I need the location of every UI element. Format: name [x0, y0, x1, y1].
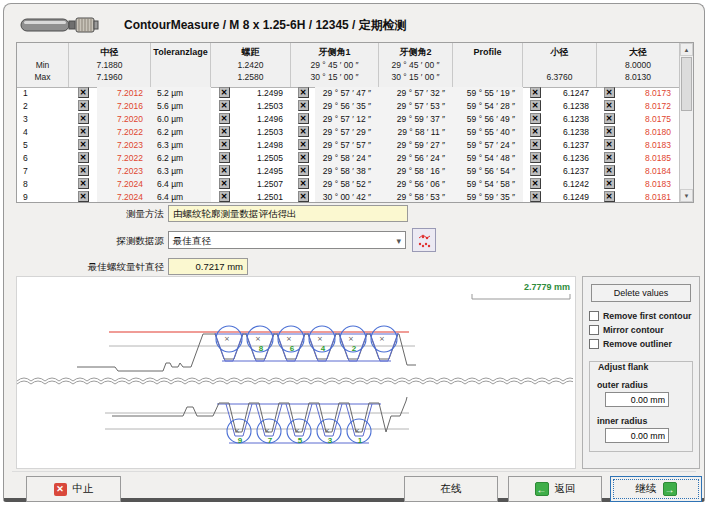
checked-checkbox-icon[interactable]: ✕ [604, 191, 615, 202]
checked-checkbox-icon[interactable]: ✕ [78, 113, 89, 124]
outer-radius-input[interactable] [605, 392, 669, 407]
checked-checkbox-icon[interactable]: ✕ [604, 152, 615, 163]
probe-source-select[interactable]: 最佳直径 ▾ [168, 231, 406, 249]
checked-checkbox-icon[interactable]: ✕ [530, 139, 541, 150]
checked-checkbox-icon[interactable]: ✕ [78, 87, 89, 98]
cell-checkbox: ✕ [211, 113, 237, 126]
checked-checkbox-icon[interactable]: ✕ [219, 152, 230, 163]
checked-checkbox-icon[interactable]: ✕ [298, 126, 309, 137]
cell-checkbox: ✕ [597, 100, 621, 113]
cell-checkbox: ✕ [291, 126, 315, 139]
checked-checkbox-icon[interactable]: ✕ [78, 139, 89, 150]
continue-button[interactable]: 继续 → [610, 476, 702, 502]
cell-checkbox: ✕ [211, 139, 237, 152]
remove-outliner-row[interactable]: Remove outliner [589, 339, 693, 349]
cell-pitch: 1.2503 [237, 100, 291, 113]
back-button[interactable]: ← 返回 [508, 476, 602, 502]
remove-first-contour-row[interactable]: Remove first contour [589, 311, 693, 321]
cell-checkbox: ✕ [291, 100, 315, 113]
cell-d1: 7.2023 [97, 139, 151, 152]
checked-checkbox-icon[interactable]: ✕ [298, 191, 309, 202]
probe-points-button[interactable] [412, 228, 436, 252]
checked-checkbox-icon[interactable]: ✕ [219, 113, 230, 124]
remove-first-contour-checkbox[interactable] [589, 311, 599, 321]
cell-tol: 6.4 µm [151, 191, 211, 202]
measure-table: Min Max 中径 7.1880 7.1960 Toleranzlage 螺距… [16, 42, 694, 203]
checked-checkbox-icon[interactable]: ✕ [298, 139, 309, 150]
wavy-separator [17, 378, 573, 381]
table-row: 8✕7.20246.4 µm✕1.2507✕29 ° 58 ′ 52 ″29 °… [17, 178, 679, 191]
checked-checkbox-icon[interactable]: ✕ [78, 178, 89, 189]
abort-button[interactable]: ✕ 中止 [26, 476, 121, 502]
checked-checkbox-icon[interactable]: ✕ [530, 87, 541, 98]
cell-d1: 7.2022 [97, 126, 151, 139]
cell-major: 8.0172 [621, 100, 679, 113]
scrollbar-thumb[interactable] [681, 57, 692, 111]
checked-checkbox-icon[interactable]: ✕ [604, 178, 615, 189]
checked-checkbox-icon[interactable]: ✕ [219, 191, 230, 202]
checked-checkbox-icon[interactable]: ✕ [298, 87, 309, 98]
cell-checkbox: ✕ [597, 126, 621, 139]
thread-profile-drawing: ××8×6×4×2× ×9×7×5×3×1 2.7779 mm [17, 277, 573, 466]
cell-checkbox: ✕ [291, 139, 315, 152]
checked-checkbox-icon[interactable]: ✕ [530, 152, 541, 163]
checked-checkbox-icon[interactable]: ✕ [604, 126, 615, 137]
cell-minor: 6.1238 [547, 113, 597, 126]
remove-outliner-checkbox[interactable] [589, 339, 599, 349]
checked-checkbox-icon[interactable]: ✕ [298, 113, 309, 124]
checked-checkbox-icon[interactable]: ✕ [298, 152, 309, 163]
checked-checkbox-icon[interactable]: ✕ [298, 100, 309, 111]
adjust-flank-title: Adjust flank [595, 362, 651, 372]
checked-checkbox-icon[interactable]: ✕ [604, 113, 615, 124]
scroll-down-icon[interactable]: ▼ [680, 189, 693, 202]
cell-major: 8.0185 [621, 152, 679, 165]
table-scrollbar[interactable]: ▲ ▼ [679, 43, 693, 202]
checked-checkbox-icon[interactable]: ✕ [530, 191, 541, 202]
cell-checkbox: ✕ [291, 113, 315, 126]
checked-checkbox-icon[interactable]: ✕ [298, 178, 309, 189]
checked-checkbox-icon[interactable]: ✕ [219, 87, 230, 98]
checked-checkbox-icon[interactable]: ✕ [78, 191, 89, 202]
cell-profile: 59 ° 55 ′ 19 ″ [453, 87, 523, 100]
continue-arrow-icon: → [663, 482, 677, 496]
checked-checkbox-icon[interactable]: ✕ [78, 126, 89, 137]
checked-checkbox-icon[interactable]: ✕ [530, 165, 541, 176]
checked-checkbox-icon[interactable]: ✕ [219, 178, 230, 189]
chevron-down-icon: ▾ [396, 232, 401, 250]
checked-checkbox-icon[interactable]: ✕ [219, 100, 230, 111]
checked-checkbox-icon[interactable]: ✕ [604, 139, 615, 150]
checked-checkbox-icon[interactable]: ✕ [78, 100, 89, 111]
header-rowlabels: Min Max [17, 43, 69, 87]
checked-checkbox-icon[interactable]: ✕ [530, 113, 541, 124]
checked-checkbox-icon[interactable]: ✕ [530, 126, 541, 137]
scroll-up-icon[interactable]: ▲ [680, 43, 693, 56]
mirror-contour-row[interactable]: Mirror contour [589, 325, 693, 335]
cell-major: 8.0183 [621, 178, 679, 191]
checked-checkbox-icon[interactable]: ✕ [219, 165, 230, 176]
checked-checkbox-icon[interactable]: ✕ [604, 165, 615, 176]
checked-checkbox-icon[interactable]: ✕ [530, 178, 541, 189]
checked-checkbox-icon[interactable]: ✕ [604, 87, 615, 98]
delete-values-button[interactable]: Delete values [591, 284, 691, 302]
checked-checkbox-icon[interactable]: ✕ [219, 126, 230, 137]
checked-checkbox-icon[interactable]: ✕ [604, 100, 615, 111]
checked-checkbox-icon[interactable]: ✕ [78, 152, 89, 163]
pin-cross-mark: × [224, 335, 230, 343]
cell-checkbox: ✕ [69, 126, 97, 139]
cell-n: 4 [17, 126, 69, 139]
mirror-contour-checkbox[interactable] [589, 325, 599, 335]
cell-checkbox: ✕ [69, 191, 97, 202]
checked-checkbox-icon[interactable]: ✕ [530, 100, 541, 111]
checked-checkbox-icon[interactable]: ✕ [219, 139, 230, 150]
inner-radius-input[interactable] [605, 428, 669, 443]
method-field[interactable]: 由螺纹轮廓测量数据评估得出 [168, 205, 408, 222]
pin-diameter-field[interactable]: 0.7217 mm [168, 258, 248, 275]
header-pitch: 螺距 1.2420 1.2580 [211, 43, 291, 87]
checked-checkbox-icon[interactable]: ✕ [298, 165, 309, 176]
pin-number-label: 6 [290, 344, 295, 353]
table-row: 3✕7.20206.0 µm✕1.2496✕29 ° 57 ′ 12 ″29 °… [17, 113, 679, 126]
cell-checkbox: ✕ [69, 152, 97, 165]
checked-checkbox-icon[interactable]: ✕ [78, 165, 89, 176]
online-button[interactable]: 在线 [404, 476, 498, 502]
cell-major: 8.0183 [621, 139, 679, 152]
